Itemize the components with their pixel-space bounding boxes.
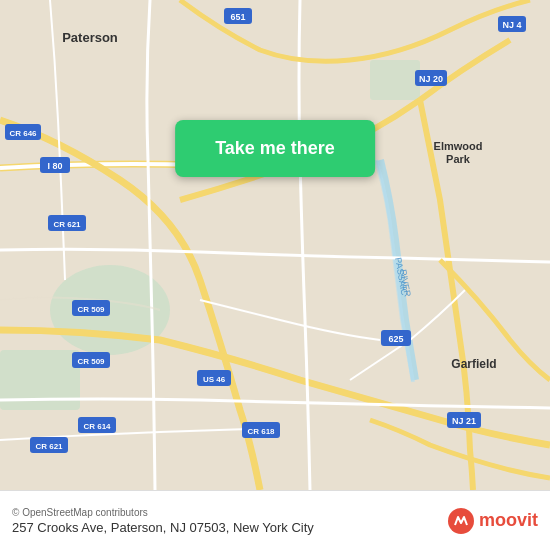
svg-text:NJ 20: NJ 20 bbox=[419, 74, 443, 84]
osm-credit: © OpenStreetMap contributors bbox=[12, 507, 314, 518]
address-text: 257 Crooks Ave, Paterson, NJ 07503, New … bbox=[12, 520, 314, 535]
svg-text:CR 618: CR 618 bbox=[247, 427, 275, 436]
svg-text:Garfield: Garfield bbox=[451, 357, 496, 371]
map-background: I 80 CR 646 NJ 4 NJ 20 CR 621 651 CR 509… bbox=[0, 0, 550, 490]
take-me-there-button[interactable]: Take me there bbox=[175, 120, 375, 177]
svg-text:NJ 21: NJ 21 bbox=[452, 416, 476, 426]
footer: © OpenStreetMap contributors 257 Crooks … bbox=[0, 490, 550, 550]
footer-left: © OpenStreetMap contributors 257 Crooks … bbox=[12, 507, 314, 535]
svg-text:CR 509: CR 509 bbox=[77, 357, 105, 366]
svg-text:I 80: I 80 bbox=[47, 161, 62, 171]
svg-text:CR 509: CR 509 bbox=[77, 305, 105, 314]
svg-text:CR 621: CR 621 bbox=[53, 220, 81, 229]
svg-text:CR 646: CR 646 bbox=[9, 129, 37, 138]
moovit-logo: moovit bbox=[447, 507, 538, 535]
svg-text:625: 625 bbox=[388, 334, 403, 344]
svg-text:CR 621: CR 621 bbox=[35, 442, 63, 451]
svg-text:Park: Park bbox=[446, 153, 471, 165]
svg-text:NJ 4: NJ 4 bbox=[502, 20, 521, 30]
svg-text:Paterson: Paterson bbox=[62, 30, 118, 45]
svg-text:Elmwood: Elmwood bbox=[434, 140, 483, 152]
moovit-logo-icon bbox=[447, 507, 475, 535]
svg-text:CR 614: CR 614 bbox=[83, 422, 111, 431]
svg-rect-3 bbox=[370, 60, 420, 100]
map-container: I 80 CR 646 NJ 4 NJ 20 CR 621 651 CR 509… bbox=[0, 0, 550, 490]
svg-text:US 46: US 46 bbox=[203, 375, 226, 384]
svg-text:651: 651 bbox=[230, 12, 245, 22]
moovit-text: moovit bbox=[479, 510, 538, 531]
